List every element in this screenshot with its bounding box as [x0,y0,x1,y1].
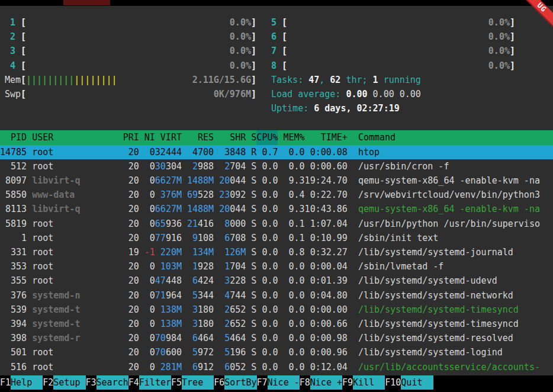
process-cpu-percent: 0.0 [256,303,278,317]
process-mem-percent: 0.0 [278,331,304,345]
process-mem-percent: 0.0 [278,259,304,274]
process-row[interactable]: 5819root20065936214168000S0.00.11:07.04/… [0,217,553,231]
stat-text: 0.00 [346,89,372,99]
process-state: S [246,331,256,345]
process-command: /lib/systemd/systemd-timesyncd [358,303,553,317]
cpu-meter-number: 4 [5,59,21,73]
process-state: S [246,274,256,288]
fkey-f7-button[interactable]: Nice - [268,375,300,390]
column-header-mem[interactable]: MEM% [278,130,304,144]
process-command: /lib/systemd/systemd-timesyncd [358,317,553,331]
process-row[interactable]: 539systemd-t200138M31802652S0.00.00:00.0… [0,303,553,317]
process-res: 4700 [182,145,214,159]
cpu-meter-7: 7[0.0%] [266,44,515,58]
column-header-s[interactable]: S [246,130,256,144]
fkey-f2-button[interactable]: Setup [53,375,85,390]
process-priority: 20 [107,145,139,159]
process-row[interactable]: 14785root2003244447003848R0.70.00:00.08h… [0,145,553,159]
process-time: 0:04.80 [305,288,348,303]
process-shr: 1704 [214,259,246,274]
terminal-content: 1[0.0%]2[0.0%]3[0.0%]4[0.0%]Mem[||||||||… [0,6,553,374]
process-priority: 20 [107,231,139,245]
process-row[interactable]: 8097libvirt-q2006627M1488M20044S0.09.319… [0,173,553,188]
process-virt: 65936 [155,217,182,231]
column-header-virt[interactable]: VIRT [155,130,182,144]
fkey-f8-button[interactable]: Nice + [310,375,342,390]
column-header-ni[interactable]: NI [139,130,155,144]
process-row[interactable]: 5850www-data200376M6952823092S0.00.40:22… [0,188,553,202]
process-nice: 0 [139,317,155,331]
column-header-cpu[interactable]: CPU% [256,130,278,144]
process-priority: 20 [107,331,139,345]
process-nice: 0 [139,288,155,303]
process-nice: 0 [139,345,155,359]
process-cpu-percent: 0.0 [256,231,278,245]
column-header-shr[interactable]: SHR [214,130,246,144]
process-state: S [246,345,256,359]
swap-meter-label: Swp [5,87,21,101]
process-command: /usr/sbin/cron -f [358,159,553,173]
process-row[interactable]: 398systemd-r2007098464645464S0.00.00:00.… [0,331,553,345]
cpu-meter-number: 2 [5,30,21,44]
process-priority: 20 [107,259,139,274]
fkey-f8-key: F8 [300,375,310,390]
fkey-f5-button[interactable]: Tree [182,375,214,390]
process-virt: 138M [155,317,182,331]
process-state: S [246,173,256,188]
swap-usage-value: 0K/976M [214,87,251,101]
process-nice: 0 [139,274,155,288]
process-nice: 0 [139,231,155,245]
process-priority: 20 [107,360,139,374]
meter-bar [287,44,488,58]
process-row[interactable]: 1root2007791691086708S0.00.10:10.99/sbin… [0,231,553,245]
process-user: root [32,231,107,245]
column-header-pid[interactable]: PID [0,130,27,144]
fkey-f3-button[interactable]: Search [97,375,128,390]
process-mem-percent: 0.8 [278,245,304,259]
column-header-time[interactable]: TIME+ [305,130,348,144]
process-virt: 71964 [155,288,182,303]
table-rows: 14785root2003244447003848R0.70.00:00.08h… [0,145,553,374]
column-header-pri[interactable]: PRI [107,130,139,144]
process-nice: 0 [139,188,155,202]
window-tab[interactable] [63,0,110,5]
process-shr: 3848 [214,145,246,159]
process-row[interactable]: 516root200281M69126052S0.00.00:12.04/usr… [0,360,553,374]
fkey-f1-button[interactable]: Help [11,375,43,390]
process-cpu-percent: 0.0 [256,331,278,345]
meter-close-bracket: ] [510,30,515,44]
process-pid: 331 [0,245,27,259]
fkey-f10-button[interactable]: Quit [401,375,433,390]
process-cpu-percent: 0.0 [256,259,278,274]
column-header-cmd[interactable]: Command [358,130,553,144]
fkey-f1-key: F1 [0,375,11,390]
function-key-bar: F1Help F2Setup F3SearchF4FilterF5Tree F6… [0,375,553,392]
process-priority: 20 [107,288,139,303]
fkey-f9-key: F9 [342,375,353,390]
fkey-f9-button[interactable]: Kill [353,375,385,390]
process-row[interactable]: 353root200103M19281704S0.00.00:00.04/sbi… [0,259,553,274]
process-row[interactable]: 355root2004744864243228S0.00.00:01.39/li… [0,274,553,288]
process-user: systemd-n [32,288,107,303]
process-row[interactable]: 331root19-1220M134M126MS0.00.80:32.27/li… [0,245,553,259]
process-cpu-percent: 0.0 [256,360,278,374]
process-row[interactable]: 512root2003030429882704S0.00.00:00.60/us… [0,159,553,173]
fkey-f6-button[interactable]: SortBy [224,375,256,390]
process-row[interactable]: 501root2007060059725196S0.00.00:00.96/li… [0,345,553,359]
process-row[interactable]: 394systemd-t200138M31802652S0.00.00:00.6… [0,317,553,331]
process-mem-percent: 0.0 [278,360,304,374]
process-row[interactable]: 376systemd-n2007196453444744S0.00.00:04.… [0,288,553,303]
process-priority: 20 [107,303,139,317]
process-mem-percent: 0.1 [278,231,304,245]
process-priority: 20 [107,173,139,188]
column-header-user[interactable]: USER [32,130,107,144]
process-user: root [32,245,107,259]
process-pid: 5850 [0,188,27,202]
fkey-f4-button[interactable]: Filter [139,375,171,390]
process-res: 1928 [182,259,214,274]
process-time: 0:00.08 [305,145,348,159]
process-shr: 20044 [214,202,246,216]
column-header-res[interactable]: RES [182,130,214,144]
process-time: 0:00.04 [305,259,348,274]
process-row[interactable]: 8113libvirt-q2006627M1488M20044S0.09.310… [0,202,553,216]
